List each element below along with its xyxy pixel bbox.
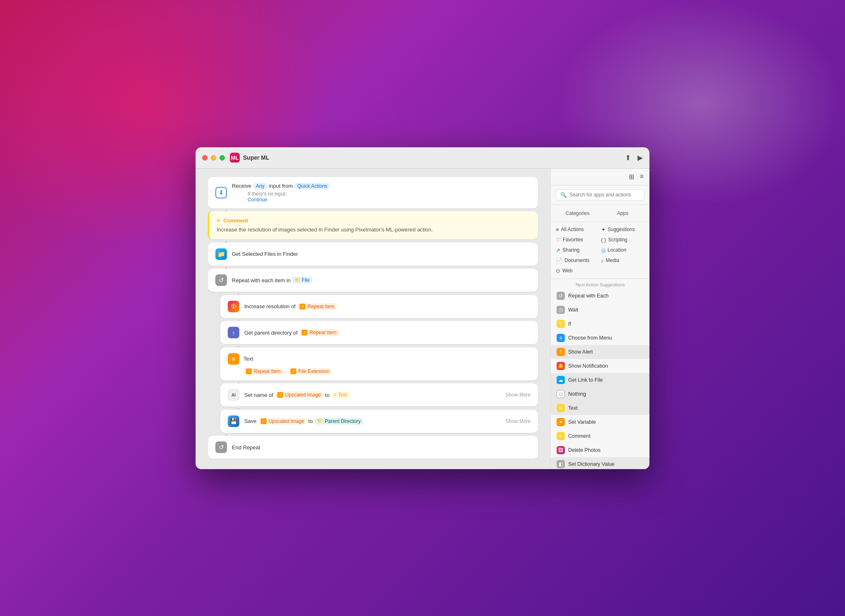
any-tag[interactable]: Any bbox=[253, 183, 267, 189]
get-selected-files-card[interactable]: 📁 Get Selected Files in Finder bbox=[208, 243, 538, 266]
sugg-text-label: Text bbox=[568, 405, 578, 411]
search-input[interactable] bbox=[569, 192, 640, 198]
increase-resolution-card[interactable]: 🎨 Increase resolution of ⚡ Repeat Item bbox=[220, 295, 538, 318]
sugg-comment[interactable]: ≡ Comment bbox=[551, 429, 649, 443]
sidebar-tabs: Categories Apps bbox=[551, 205, 649, 222]
close-button[interactable] bbox=[202, 155, 208, 160]
scripting-icon: { } bbox=[601, 237, 606, 243]
repeat-card[interactable]: ↺ Repeat with each item in 📁 File bbox=[208, 269, 538, 292]
sugg-choose-menu-label: Choose from Menu bbox=[568, 335, 612, 341]
sugg-delete-photos-icon: 🖼 bbox=[557, 446, 565, 454]
sugg-delete-photos-label: Delete Photos bbox=[568, 447, 601, 453]
quick-actions-tag[interactable]: Quick Actions bbox=[295, 183, 330, 189]
sugg-get-link-icon: ☁ bbox=[557, 376, 565, 384]
file-extension-tag[interactable]: ⚡ File Extension bbox=[288, 368, 332, 375]
play-icon[interactable]: ▶ bbox=[637, 153, 643, 162]
repeat-icon: ↺ bbox=[215, 274, 227, 286]
sidebar-search: 🔍 bbox=[551, 185, 649, 205]
sugg-choose-menu[interactable]: ≡ Choose from Menu bbox=[551, 331, 649, 345]
cat-suggestions[interactable]: ✦ Suggestions bbox=[601, 225, 645, 234]
sugg-set-dict[interactable]: ◧ Set Dictionary Value bbox=[551, 457, 649, 469]
cat-documents[interactable]: 📄 Documents bbox=[556, 256, 600, 265]
cat-sharing[interactable]: ↗ Sharing bbox=[556, 246, 600, 255]
cat-scripting[interactable]: { } Scripting bbox=[601, 236, 645, 244]
receive-card[interactable]: ⬇ Receive Any input from Quick Actions I… bbox=[208, 177, 538, 208]
main-canvas: ⬇ Receive Any input from Quick Actions I… bbox=[196, 169, 550, 469]
sugg-nothing-icon: □ bbox=[557, 390, 565, 398]
set-name-card[interactable]: AI Set name of ⚡ Upscaled Image to ≡ Tex… bbox=[220, 383, 538, 406]
sugg-if-icon: Y bbox=[557, 320, 565, 328]
location-label: Location bbox=[608, 247, 626, 253]
suggestions-section-label: Next Action Suggestions bbox=[551, 279, 649, 289]
end-repeat-icon: ↺ bbox=[215, 441, 227, 453]
text-card-body: ⚡ Repeat Item . ⚡ File Extension bbox=[228, 368, 531, 375]
get-selected-files-icon: 📁 bbox=[215, 248, 227, 260]
sugg-get-link-label: Get Link to File bbox=[568, 377, 603, 383]
show-more-set-name[interactable]: Show More bbox=[505, 392, 531, 398]
cat-favorites[interactable]: ♡ Favorites bbox=[556, 236, 600, 244]
suggestions-label-cat: Suggestions bbox=[608, 227, 635, 232]
receive-sub: If there's no input: Continue bbox=[232, 191, 531, 203]
maximize-button[interactable] bbox=[220, 155, 225, 160]
text-label: Text bbox=[243, 356, 253, 362]
upscaled-image-tag-1[interactable]: ⚡ Upscaled Image bbox=[275, 392, 323, 398]
comment-card[interactable]: ≡ Comment Increase the resolution of ima… bbox=[208, 211, 538, 239]
comment-header: ≡ Comment bbox=[217, 217, 531, 224]
save-card[interactable]: 💾 Save ⚡ Upscaled Image to 📁 Parent Dire… bbox=[220, 410, 538, 433]
receive-content: Receive Any input from Quick Actions bbox=[232, 183, 531, 189]
sugg-if[interactable]: Y If bbox=[551, 317, 649, 331]
sugg-show-notification-label: Show Notification bbox=[568, 363, 608, 369]
cat-web[interactable]: ⊙ Web bbox=[556, 267, 600, 275]
sugg-wait[interactable]: ◷ Wait bbox=[551, 303, 649, 317]
parent-directory-tag[interactable]: 📁 Parent Directory bbox=[314, 418, 363, 425]
sugg-show-alert-icon: ! bbox=[557, 348, 565, 356]
sugg-show-alert[interactable]: ! Show Alert bbox=[551, 345, 649, 359]
sugg-choose-menu-icon: ≡ bbox=[557, 334, 565, 342]
continue-link[interactable]: Continue bbox=[248, 197, 267, 203]
sidebar-top-icons: ⊞ ≡ bbox=[551, 169, 649, 185]
traffic-lights bbox=[202, 155, 225, 160]
text-card-header: ≡ Text bbox=[228, 353, 531, 365]
share-icon[interactable]: ⬆ bbox=[625, 153, 631, 162]
minimize-button[interactable] bbox=[211, 155, 216, 160]
text-repeat-item-tag[interactable]: ⚡ Repeat Item bbox=[243, 368, 283, 375]
suggestions-icon: ✦ bbox=[601, 227, 606, 233]
cat-media[interactable]: ♪ Media bbox=[601, 256, 645, 265]
show-more-save[interactable]: Show More bbox=[505, 418, 531, 424]
titlebar: ML Super ML ⬆ ▶ bbox=[196, 147, 649, 169]
sugg-show-notification[interactable]: 🔔 Show Notification bbox=[551, 359, 649, 373]
window-body: ⬇ Receive Any input from Quick Actions I… bbox=[196, 169, 649, 469]
sidebar-categories: ≡ All Actions ✦ Suggestions ♡ Favorites … bbox=[551, 222, 649, 279]
set-name-content: Set name of ⚡ Upscaled Image to ≡ Text bbox=[244, 392, 500, 398]
sugg-show-alert-label: Show Alert bbox=[568, 349, 593, 355]
file-tag[interactable]: 📁 File bbox=[292, 277, 312, 283]
sugg-set-variable-label: Set Variable bbox=[568, 419, 596, 425]
text-tag[interactable]: ≡ Text bbox=[331, 392, 349, 398]
get-parent-dir-card[interactable]: ↑ Get parent directory of ⚡ Repeat Item bbox=[220, 321, 538, 344]
sugg-set-dict-label: Set Dictionary Value bbox=[568, 461, 614, 467]
archive-icon[interactable]: ⊞ bbox=[629, 173, 634, 181]
repeat-content: Repeat with each item in 📁 File bbox=[232, 277, 531, 283]
get-parent-dir-content: Get parent directory of ⚡ Repeat Item bbox=[244, 329, 531, 336]
upscaled-image-tag-2[interactable]: ⚡ Upscaled Image bbox=[258, 418, 307, 425]
sugg-delete-photos[interactable]: 🖼 Delete Photos bbox=[551, 443, 649, 457]
sugg-text-icon: ≡ bbox=[557, 404, 565, 412]
text-card[interactable]: ≡ Text ⚡ Repeat Item . ⚡ File Extension bbox=[220, 347, 538, 380]
cat-all-actions[interactable]: ≡ All Actions bbox=[556, 225, 600, 234]
sugg-set-variable[interactable]: ✦ Set Variable bbox=[551, 415, 649, 429]
all-actions-icon: ≡ bbox=[556, 227, 559, 233]
tab-categories[interactable]: Categories bbox=[556, 208, 600, 218]
sugg-text[interactable]: ≡ Text bbox=[551, 401, 649, 415]
sugg-comment-icon: ≡ bbox=[557, 432, 565, 440]
repeat-item-tag-1[interactable]: ⚡ Repeat Item bbox=[297, 303, 337, 310]
sugg-repeat-with-each[interactable]: ↺ Repeat with Each bbox=[551, 289, 649, 303]
sugg-nothing[interactable]: □ Nothing bbox=[551, 387, 649, 401]
repeat-item-tag-2[interactable]: ⚡ Repeat Item bbox=[299, 329, 339, 336]
sugg-get-link[interactable]: ☁ Get Link to File bbox=[551, 373, 649, 387]
cat-location[interactable]: ◎ Location bbox=[601, 246, 645, 255]
end-repeat-card[interactable]: ↺ End Repeat bbox=[208, 436, 538, 459]
web-label: Web bbox=[562, 268, 572, 274]
tab-apps[interactable]: Apps bbox=[601, 208, 645, 218]
web-icon: ⊙ bbox=[556, 268, 560, 274]
sliders-icon[interactable]: ≡ bbox=[640, 173, 644, 180]
